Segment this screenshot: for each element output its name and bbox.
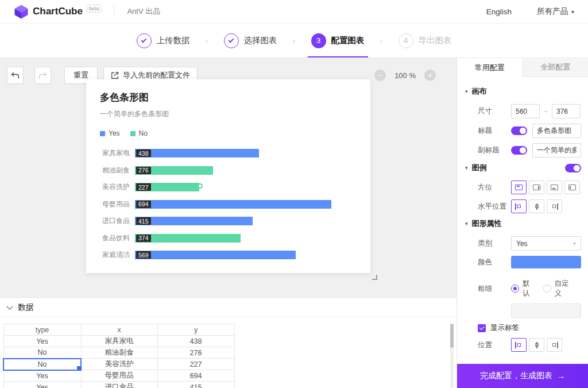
category-select[interactable]: Yes ▾ — [511, 236, 581, 251]
table-cell[interactable]: Yes — [3, 336, 81, 347]
data-panel-header[interactable]: 数据 — [0, 298, 457, 317]
bar-track: 374 — [135, 234, 357, 243]
title-toggle[interactable] — [511, 126, 527, 135]
bar[interactable]: 694 — [135, 200, 331, 209]
bar[interactable]: 276 — [135, 166, 213, 175]
weight-radio-default[interactable] — [511, 285, 519, 293]
collapse-triangle-icon[interactable]: ▾ — [465, 221, 468, 226]
left-pane: 重置 导入先前的配置文件 − 100 % + 多色条形图 一个简 — [0, 58, 457, 388]
label-pos-center-button[interactable] — [529, 338, 544, 352]
weight-radio-custom[interactable] — [543, 285, 551, 293]
table-column-header[interactable]: y — [157, 324, 234, 336]
table-cell[interactable]: 美容洗护 — [81, 359, 157, 370]
tab-common-config[interactable]: 常用配置 — [457, 58, 523, 77]
color-swatch[interactable] — [511, 256, 581, 268]
category-row: 类别 Yes ▾ — [465, 236, 581, 251]
align-right-icon — [551, 203, 558, 210]
legend-align-right-button[interactable] — [547, 199, 562, 213]
title-input[interactable] — [532, 124, 581, 138]
legend-item[interactable]: Yes — [100, 129, 120, 137]
bar[interactable]: 227 — [135, 183, 199, 191]
table-cell[interactable]: 母婴用品 — [81, 370, 157, 382]
bar[interactable]: 374 — [135, 234, 241, 243]
step-label: 上传数据 — [157, 35, 190, 46]
table-cell[interactable]: 进口食品 — [81, 382, 157, 388]
table-cell[interactable]: 438 — [157, 336, 234, 347]
legend-align-left-button[interactable] — [511, 199, 527, 213]
resize-handle[interactable] — [372, 275, 377, 280]
table-cell[interactable]: Yes — [3, 382, 81, 388]
zoom-in-button[interactable]: + — [424, 70, 436, 81]
canvas-height-input[interactable] — [552, 104, 581, 118]
legend-orient-left-button[interactable] — [564, 180, 580, 194]
legend-toggle[interactable] — [565, 164, 581, 172]
step-2[interactable]: 选择图表 — [224, 24, 277, 57]
step-circle — [137, 33, 152, 48]
bar-drag-handle[interactable] — [198, 183, 203, 189]
subtitle-toggle[interactable] — [511, 146, 527, 155]
step-3[interactable]: 3配置图表 — [311, 24, 365, 57]
table-cell[interactable]: Yes — [3, 370, 81, 382]
table-cell[interactable]: No — [3, 347, 81, 359]
config-tabs: 常用配置全部配置 — [457, 58, 588, 77]
scrollbar-track[interactable] — [450, 324, 454, 388]
subtitle-input[interactable] — [532, 143, 581, 157]
section-shape-title: 图形属性 — [472, 218, 502, 229]
table-cell[interactable]: 415 — [157, 382, 234, 388]
legend-orient-top-button[interactable] — [511, 180, 527, 194]
zoom-out-button[interactable]: − — [374, 70, 386, 81]
table-cell[interactable]: 粮油副食 — [81, 347, 157, 359]
step-label: 选择图表 — [244, 35, 277, 46]
range-separator: ~ — [544, 107, 548, 116]
bar[interactable]: 569 — [135, 251, 296, 259]
label-pos-left-button[interactable] — [511, 338, 527, 352]
canvas-area: 重置 导入先前的配置文件 − 100 % + 多色条形图 一个简 — [0, 58, 457, 297]
bar-row: 家庭清洁569 — [100, 247, 357, 264]
title-row: 标题 — [465, 124, 581, 138]
scrollbar-thumb[interactable] — [450, 324, 454, 348]
tab-all-config[interactable]: 全部配置 — [523, 58, 588, 77]
show-label-checkbox[interactable] — [478, 324, 486, 332]
legend-align-center-button[interactable] — [529, 199, 544, 213]
canvas-width-input[interactable] — [511, 104, 540, 118]
check-icon — [229, 37, 234, 43]
subtitle-row: 副标题 — [465, 143, 581, 157]
section-legend: ▾ 图例 — [465, 163, 581, 173]
label-pos-right-button[interactable] — [547, 338, 562, 352]
collapse-triangle-icon[interactable]: ▾ — [465, 165, 468, 171]
bar[interactable]: 415 — [135, 217, 253, 225]
legend-orient-right-button[interactable] — [529, 180, 544, 194]
step-4[interactable]: 4导出图表 — [399, 24, 452, 57]
top-bar: ChartCube beta AntV 出品 English 所有产品 ▾ — [0, 0, 588, 24]
bar-value-label: 415 — [136, 217, 151, 225]
weight-custom-input[interactable] — [511, 304, 581, 318]
collapse-triangle-icon[interactable]: ▾ — [465, 89, 468, 94]
bar[interactable]: 438 — [135, 149, 259, 157]
brand[interactable]: ChartCube beta — [14, 4, 101, 19]
table-cell[interactable]: 276 — [157, 347, 234, 359]
table-cell[interactable]: 家具家电 — [81, 336, 157, 347]
beta-badge: beta — [87, 5, 102, 13]
language-switch[interactable]: English — [486, 7, 512, 16]
label-pos-label: 位置 — [478, 340, 511, 350]
chart-card[interactable]: 多色条形图 一个简单的多色条形图 YesNo 家具家电438粮油副食276美容洗… — [86, 79, 370, 273]
size-label: 尺寸 — [478, 106, 511, 116]
legend-orient-bottom-button[interactable] — [547, 180, 562, 194]
chart-title: 多色条形图 — [100, 91, 357, 104]
selected-cell[interactable]: No — [3, 359, 81, 370]
table-column-header[interactable]: x — [81, 324, 157, 336]
table-cell[interactable]: 227 — [157, 359, 234, 370]
products-menu[interactable]: 所有产品 ▾ — [537, 6, 574, 17]
redo-button[interactable] — [34, 67, 51, 84]
title-label: 标题 — [478, 126, 511, 136]
label-pos-row: 位置 — [465, 338, 581, 352]
submit-button[interactable]: 完成配置，生成图表 → — [457, 364, 588, 388]
collapse-chevron-icon — [6, 303, 13, 309]
step-separator-icon: › — [206, 36, 208, 45]
table-column-header[interactable]: type — [3, 324, 81, 336]
undo-button[interactable] — [7, 67, 24, 84]
table-cell[interactable]: 694 — [157, 370, 234, 382]
step-1[interactable]: 上传数据 — [137, 24, 190, 57]
legend-item[interactable]: No — [130, 129, 148, 137]
data-panel-title: 数据 — [18, 302, 34, 313]
